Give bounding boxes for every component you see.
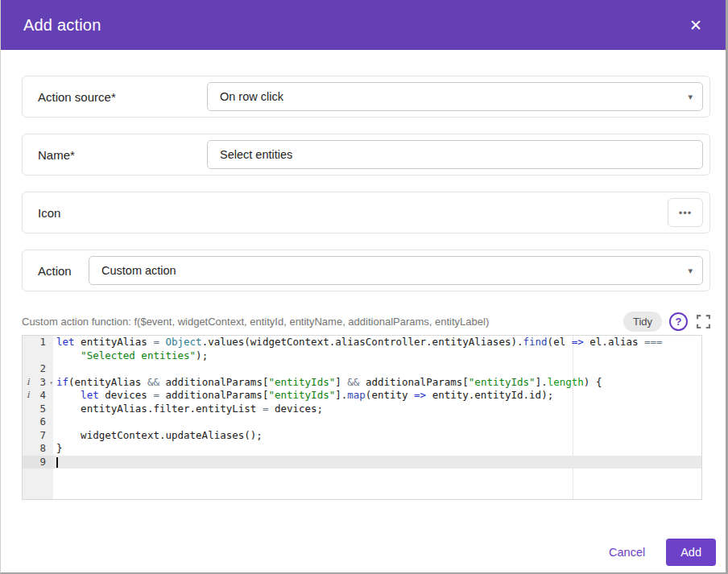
action-label: Action	[38, 264, 89, 278]
function-toolbar: Custom action function: f($event, widget…	[22, 311, 710, 332]
fullscreen-icon[interactable]	[697, 315, 710, 328]
code-row: 5 entityAlias.filter.entityList = device…	[23, 403, 701, 416]
chevron-down-icon: ▾	[688, 93, 693, 101]
close-icon[interactable]: ✕	[688, 16, 704, 35]
dialog-body: Action source* On row click ▾ Name* Icon…	[1, 76, 726, 500]
code-editor[interactable]: 1let entityAlias = Object.values(widgetC…	[22, 335, 702, 500]
help-icon[interactable]: ?	[669, 312, 688, 331]
add-action-dialog: Add action ✕ Action source* On row click…	[0, 0, 728, 574]
action-source-label: Action source*	[38, 90, 207, 104]
action-select[interactable]: Custom action ▾	[89, 256, 703, 285]
dialog-header: Add action ✕	[1, 0, 726, 50]
code-row: 2	[23, 362, 701, 376]
tidy-button[interactable]: Tidy	[623, 312, 662, 332]
info-annotation-icon: i	[27, 389, 30, 403]
chevron-down-icon: ▾	[688, 266, 693, 275]
gutter-cell: 1	[23, 336, 53, 349]
action-source-row: Action source* On row click ▾	[22, 76, 710, 118]
action-source-value: On row click	[220, 90, 688, 103]
fold-arrow-icon[interactable]: ▾	[49, 377, 53, 390]
add-button[interactable]: Add	[666, 539, 716, 566]
icon-label: Icon	[38, 206, 60, 220]
code-row: 9	[23, 456, 701, 469]
code-row: "Selected entities");	[23, 349, 701, 363]
icon-picker-button[interactable]: •••	[668, 198, 703, 227]
gutter-cell: 5	[23, 403, 53, 416]
function-signature-label: Custom action function: f($event, widget…	[22, 316, 623, 328]
code-row: i3▾if(entityAlias && additionalParams["e…	[23, 376, 701, 390]
code-row: 7 widgetContext.updateAliases();	[23, 429, 701, 443]
gutter-cell	[23, 349, 53, 363]
gutter-cell: 7	[23, 429, 53, 443]
info-annotation-icon: i	[27, 376, 30, 390]
action-value: Custom action	[101, 264, 688, 277]
dialog-title: Add action	[23, 16, 688, 35]
gutter-cell: 6	[23, 415, 53, 429]
code-row: 8}	[23, 442, 701, 456]
code-row: 6	[23, 415, 701, 429]
code-row: 1let entityAlias = Object.values(widgetC…	[23, 336, 701, 349]
code-row: i4 let devices = additionalParams["entit…	[23, 389, 701, 403]
icon-row: Icon •••	[22, 192, 710, 233]
name-row: Name*	[22, 134, 710, 176]
more-dots-icon: •••	[679, 207, 693, 219]
gutter-cell: i4	[23, 389, 53, 403]
cancel-button[interactable]: Cancel	[599, 539, 655, 565]
action-source-select[interactable]: On row click ▾	[207, 82, 703, 111]
code-rows: 1let entityAlias = Object.values(widgetC…	[23, 336, 701, 469]
name-label: Name*	[38, 148, 207, 162]
gutter-cell: 9	[23, 456, 53, 469]
gutter-cell: i3▾	[23, 376, 53, 390]
gutter-cell: 2	[23, 362, 53, 376]
text-cursor	[56, 457, 58, 468]
name-input[interactable]	[207, 140, 703, 169]
action-row: Action Custom action ▾	[22, 250, 710, 291]
gutter-cell: 8	[23, 442, 53, 456]
dialog-footer: Cancel Add	[1, 539, 726, 566]
